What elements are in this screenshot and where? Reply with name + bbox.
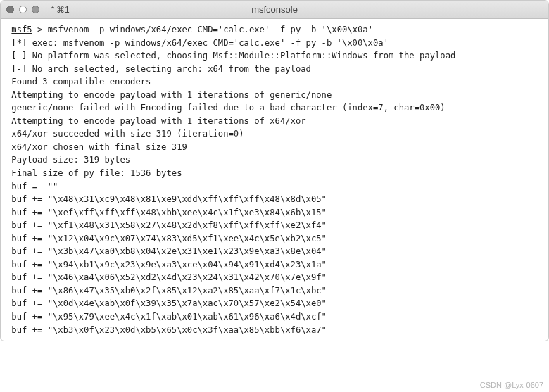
output-line: buf += "\xb3\x0f\x23\x0d\xb5\x65\x0c\x3f… (6, 324, 543, 337)
output-line: buf += "\x3b\x47\xa0\xb8\x04\x2e\x31\xe1… (6, 245, 543, 258)
terminal-output[interactable]: msf5 > msfvenom -p windows/x64/exec CMD=… (1, 19, 548, 341)
output-line: [-] No arch selected, selecting arch: x6… (6, 63, 543, 76)
minimize-icon[interactable] (19, 6, 27, 13)
output-line: buf += "\x48\x31\xc9\x48\x81\xe9\xdd\xff… (6, 193, 543, 206)
output-line: buf += "\x95\x79\xee\x4c\x1f\xab\x01\xab… (6, 310, 543, 324)
close-icon[interactable] (6, 6, 14, 13)
window-title: msfconsole (1, 4, 548, 15)
watermark: CSDN @Lyx-0607 (480, 381, 543, 389)
traffic-lights (6, 6, 39, 13)
output-line: buf += "\xef\xff\xff\xff\x48\xbb\xee\x4c… (6, 206, 543, 220)
output-line: buf = "" (6, 180, 543, 194)
titlebar: ⌃⌘1 msfconsole (1, 1, 548, 19)
output-line: [-] No platform was selected, choosing M… (6, 49, 543, 63)
output-line: Found 3 compatible encoders (6, 75, 543, 89)
output-line: x64/xor chosen with final size 319 (6, 141, 543, 154)
output-line: buf += "\x0d\x4e\xab\x0f\x39\x35\x7a\xac… (6, 297, 543, 310)
output-line: [*] exec: msfvenom -p windows/x64/exec C… (6, 37, 543, 50)
terminal-window: ⌃⌘1 msfconsole msf5 > msfvenom -p window… (0, 0, 549, 341)
command-input: msfvenom -p windows/x64/exec CMD='calc.e… (42, 25, 373, 34)
output-line: Attempting to encode payload with 1 iter… (6, 89, 543, 102)
output-line: buf += "\x86\x47\x35\xb0\x2f\x85\x12\xa2… (6, 284, 543, 298)
output-line: buf += "\x46\xa4\x06\x52\xd2\x4d\x23\x24… (6, 271, 543, 284)
output-line: Final size of py file: 1536 bytes (6, 167, 543, 180)
prompt-line: msf5 > msfvenom -p windows/x64/exec CMD=… (6, 23, 543, 37)
output-line: generic/none failed with Encoding failed… (6, 101, 543, 115)
maximize-icon[interactable] (32, 6, 39, 13)
output-line: buf += "\x94\xb1\x9c\x23\x9e\xa3\xce\x04… (6, 258, 543, 272)
output-line: Attempting to encode payload with 1 iter… (6, 115, 543, 128)
prompt-gt: > (32, 25, 43, 34)
output-line: buf += "\xf1\x48\x31\x58\x27\x48\x2d\xf8… (6, 219, 543, 232)
shortcut-label: ⌃⌘1 (49, 5, 70, 15)
output-line: buf += "\x12\x04\x9c\x07\x74\x83\xd5\xf1… (6, 232, 543, 246)
output-line: x64/xor succeeded with size 319 (iterati… (6, 127, 543, 141)
prompt-label: msf5 (11, 25, 32, 34)
output-line: Payload size: 319 bytes (6, 153, 543, 167)
